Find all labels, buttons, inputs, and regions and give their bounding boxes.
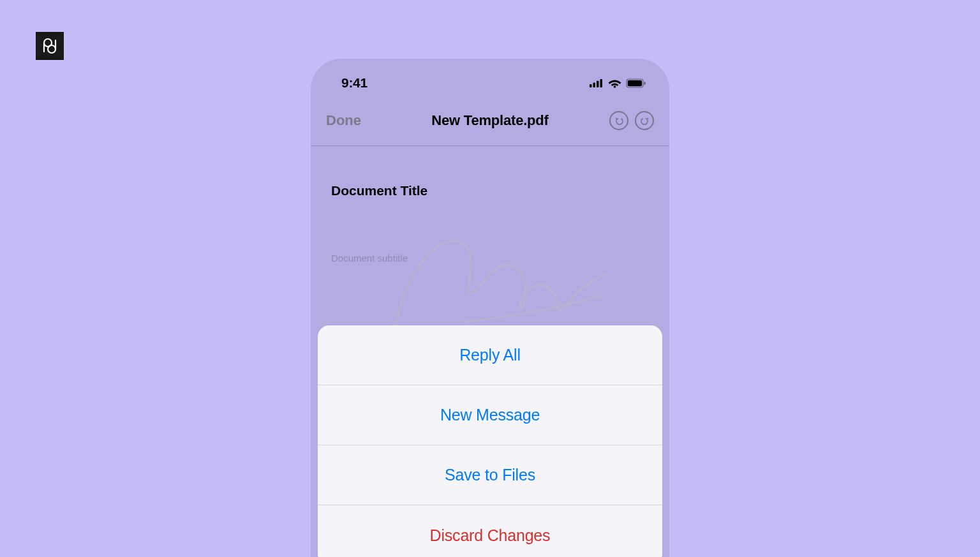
- svg-rect-3: [600, 79, 603, 87]
- svg-rect-7: [644, 82, 646, 85]
- redo-button[interactable]: [635, 111, 654, 130]
- undo-button[interactable]: [609, 111, 628, 130]
- document-content: Document Title: [311, 146, 669, 198]
- brand-logo: [36, 32, 64, 60]
- svg-rect-2: [597, 81, 599, 87]
- phone-frame: 9:41 Done New Template.pdf: [311, 59, 669, 557]
- undo-icon: [614, 116, 624, 126]
- nav-title: New Template.pdf: [431, 112, 548, 129]
- status-time: 9:41: [341, 75, 368, 91]
- wifi-icon: [608, 78, 621, 88]
- svg-rect-1: [593, 83, 596, 88]
- document-title-label: Document Title: [331, 183, 649, 198]
- new-message-option[interactable]: New Message: [318, 385, 662, 445]
- cellular-signal-icon: [590, 78, 604, 87]
- action-sheet: Reply All New Message Save to Files Disc…: [318, 325, 662, 557]
- save-to-files-option[interactable]: Save to Files: [318, 445, 662, 505]
- battery-icon: [626, 78, 646, 88]
- redo-icon: [640, 116, 650, 126]
- pd-logo-icon: [41, 38, 58, 54]
- reply-all-option[interactable]: Reply All: [318, 325, 662, 385]
- status-bar: 9:41: [311, 59, 669, 100]
- nav-actions: [609, 111, 654, 130]
- svg-rect-0: [590, 84, 592, 87]
- document-subtitle-placeholder: Document subtitle: [331, 253, 408, 264]
- navigation-bar: Done New Template.pdf: [311, 100, 669, 146]
- status-indicators: [590, 78, 646, 88]
- discard-changes-option[interactable]: Discard Changes: [318, 505, 662, 557]
- document-subtitle-wrap: Document subtitle: [331, 253, 408, 264]
- action-sheet-options: Reply All New Message Save to Files Disc…: [318, 325, 662, 557]
- done-button[interactable]: Done: [326, 112, 361, 129]
- svg-rect-6: [628, 80, 642, 85]
- svg-point-4: [614, 85, 616, 88]
